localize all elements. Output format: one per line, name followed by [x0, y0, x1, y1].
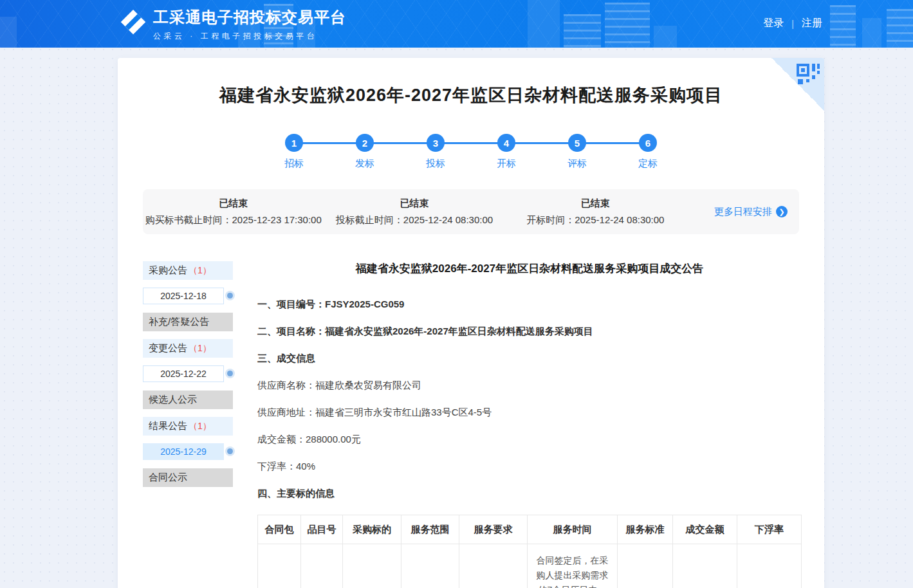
- col-header-procurement-subject: 采购标的: [343, 515, 401, 544]
- qr-code-ribbon[interactable]: [771, 58, 824, 111]
- more-schedule-link[interactable]: 更多日程安排 ❯: [686, 206, 788, 218]
- logo-icon: [120, 6, 147, 39]
- project-card: 福建省永安监狱2026年-2027年监区日杂材料配送服务采购项目 1 招标 2 …: [118, 58, 824, 588]
- sidebar-item-change-announcement[interactable]: 变更公告 （1）: [143, 339, 233, 358]
- step-1-circle: 1: [285, 134, 303, 152]
- timeline-dot: [227, 293, 233, 299]
- sidebar-item-result-announcement[interactable]: 结果公告 （1）: [143, 417, 233, 436]
- cell-item-number: [301, 544, 343, 588]
- sidebar-date-row: 2025-12-22: [143, 365, 233, 382]
- status-badge: 已结束: [505, 198, 686, 210]
- sidebar-date-row: 2025-12-29: [143, 443, 233, 460]
- sidebar-item-label: 候选人公示: [149, 394, 197, 406]
- content-area: 采购公告 （1） 2025-12-18 补充/答疑公告 变更公告 （1） 202…: [143, 261, 801, 588]
- sidebar-item-candidate-publicity[interactable]: 候选人公示: [143, 390, 233, 409]
- step-1-label: 招标: [284, 158, 304, 170]
- date-item-2025-12-22[interactable]: 2025-12-22: [143, 365, 224, 382]
- deal-amount-line: 成交金额：288000.00元: [257, 434, 802, 446]
- cell-service-requirement: [459, 544, 528, 588]
- cell-service-time: 合同签定后，在采 购人提出采购需求 的7个日历日内， 将货物送达采购人 指定地点…: [528, 544, 618, 588]
- status-badge: 已结束: [143, 198, 324, 210]
- schedule-time-text: 开标时间：2025-12-24 08:30:00: [505, 214, 686, 226]
- cell-service-scope: 2026年-2: [401, 544, 459, 588]
- step-toubiao: 3 投标: [418, 134, 454, 170]
- login-link[interactable]: 登录: [763, 17, 784, 30]
- count-badge: （1）: [189, 343, 212, 354]
- schedule-bar: 已结束 购买标书截止时间：2025-12-23 17:30:00 已结束 投标截…: [143, 189, 799, 234]
- step-4-circle: 4: [497, 134, 515, 152]
- table-header-row: 合同包 品目号 采购标的 服务范围 服务要求 服务时间 服务标准 成交金额 下浮…: [258, 515, 802, 544]
- count-badge: （1）: [189, 265, 212, 277]
- register-link[interactable]: 注册: [802, 17, 822, 30]
- sidebar-item-label: 采购公告: [149, 264, 187, 277]
- step-3-circle: 3: [427, 134, 445, 152]
- status-badge: 已结束: [324, 198, 504, 210]
- step-3-label: 投标: [426, 158, 445, 170]
- schedule-time-text: 投标截止时间：2025-12-24 08:30:00: [324, 214, 504, 226]
- col-header-service-standard: 服务标准: [618, 515, 673, 544]
- step-kaibiao: 4 开标: [488, 134, 524, 170]
- cell-deal-amount: [673, 544, 737, 588]
- schedule-item-bid-deadline: 已结束 投标截止时间：2025-12-24 08:30:00: [324, 198, 504, 226]
- sidebar-item-label: 变更公告: [149, 342, 187, 354]
- brand-subtitle: 公采云 · 工程电子招投标交易平台: [153, 31, 346, 42]
- step-zhaobiao: 1 招标: [276, 134, 312, 170]
- sidebar-item-contract-publicity[interactable]: 合同公示: [143, 468, 233, 487]
- cell-procurement-subject: 2026年-2 027年监: [343, 544, 401, 588]
- col-header-item-number: 品目号: [301, 515, 343, 544]
- announcement-sidebar: 采购公告 （1） 2025-12-18 补充/答疑公告 变更公告 （1） 202…: [143, 261, 233, 588]
- step-6-circle: 6: [639, 134, 657, 152]
- step-2-circle: 2: [356, 134, 374, 152]
- step-5-circle: 5: [568, 134, 586, 152]
- step-fabiao: 2 发标: [347, 134, 383, 170]
- sidebar-date-row: 2025-12-18: [143, 288, 233, 304]
- step-2-label: 发标: [355, 158, 374, 170]
- cell-service-standard: 经采购人: [618, 544, 673, 588]
- page-title: 福建省永安监狱2026年-2027年监区日杂材料配送服务采购项目: [118, 58, 824, 107]
- deal-info-heading: 三、成交信息: [257, 353, 802, 365]
- cell-discount-rate: [737, 544, 802, 588]
- arrow-right-icon: ❯: [776, 206, 788, 217]
- step-6-label: 定标: [638, 158, 658, 170]
- bid-process-steps: 1 招标 2 发标 3 投标 4 开标 5 评标 6 定标: [276, 134, 666, 170]
- schedule-time-text: 购买标书截止时间：2025-12-23 17:30:00: [143, 214, 324, 226]
- top-header: 工采通电子招投标交易平台 公采云 · 工程电子招投标交易平台 登录 | 注册: [0, 0, 913, 48]
- timeline-dot: [227, 371, 233, 376]
- discount-rate-line: 下浮率：40%: [257, 461, 802, 473]
- more-schedule-label: 更多日程安排: [714, 206, 772, 218]
- cell-contract-package: [258, 544, 301, 588]
- auth-separator: |: [791, 19, 794, 29]
- sidebar-item-supplement-announcement[interactable]: 补充/答疑公告: [143, 313, 233, 331]
- step-pingbiao: 5 评标: [559, 134, 595, 170]
- count-badge: （1）: [189, 421, 212, 432]
- supplier-name-line: 供应商名称：福建欣桑农贸易有限公司: [257, 380, 802, 392]
- sidebar-item-purchase-announcement[interactable]: 采购公告 （1）: [143, 261, 233, 280]
- date-item-2025-12-18[interactable]: 2025-12-18: [143, 288, 224, 304]
- schedule-item-purchase-deadline: 已结束 购买标书截止时间：2025-12-23 17:30:00: [143, 198, 324, 226]
- announcement-title: 福建省永安监狱2026年-2027年监区日杂材料配送服务采购项目成交公告: [257, 261, 802, 276]
- sidebar-item-label: 结果公告: [149, 420, 187, 432]
- supplier-address-line: 供应商地址：福建省三明市永安市红山路33号C区4-5号: [257, 407, 802, 419]
- schedule-item-open-time: 已结束 开标时间：2025-12-24 08:30:00: [505, 198, 686, 226]
- brand-title: 工采通电子招投标交易平台: [153, 8, 346, 27]
- sidebar-item-label: 补充/答疑公告: [149, 316, 209, 328]
- main-subject-heading: 四、主要标的信息: [257, 488, 802, 500]
- project-name-line: 二、项目名称：福建省永安监狱2026年-2027年监区日杂材料配送服务采购项目: [257, 326, 802, 338]
- qr-code-icon: [795, 62, 821, 86]
- timeline-dot: [227, 448, 233, 454]
- table-row: 2026年-2 027年监 2026年-2 合同签定后，在采 购人提出采购需求 …: [258, 544, 802, 588]
- sidebar-item-label: 合同公示: [149, 472, 187, 484]
- step-4-label: 开标: [497, 158, 516, 170]
- col-header-deal-amount: 成交金额: [673, 515, 737, 544]
- step-dingbiao: 6 定标: [630, 134, 666, 170]
- col-header-contract-package: 合同包: [258, 515, 301, 544]
- project-number-line: 一、项目编号：FJSY2025-CG059: [257, 299, 802, 311]
- col-header-service-time: 服务时间: [528, 515, 618, 544]
- subject-info-table: 合同包 品目号 采购标的 服务范围 服务要求 服务时间 服务标准 成交金额 下浮…: [257, 515, 802, 588]
- brand-logo[interactable]: 工采通电子招投标交易平台 公采云 · 工程电子招投标交易平台: [120, 6, 346, 42]
- col-header-service-scope: 服务范围: [401, 515, 459, 544]
- col-header-service-requirement: 服务要求: [459, 515, 528, 544]
- col-header-discount-rate: 下浮率: [737, 515, 802, 544]
- date-item-2025-12-29-active[interactable]: 2025-12-29: [143, 443, 224, 460]
- auth-links: 登录 | 注册: [763, 17, 822, 30]
